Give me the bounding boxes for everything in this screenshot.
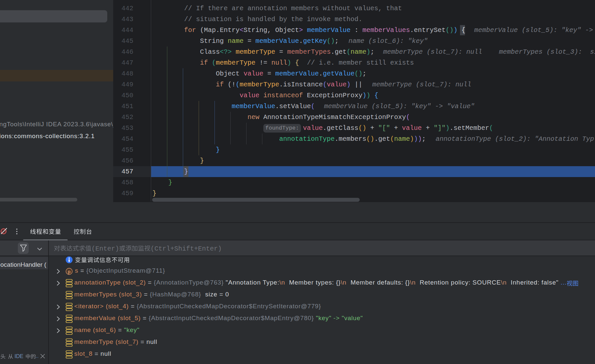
svg-text:p: p [68, 269, 71, 274]
